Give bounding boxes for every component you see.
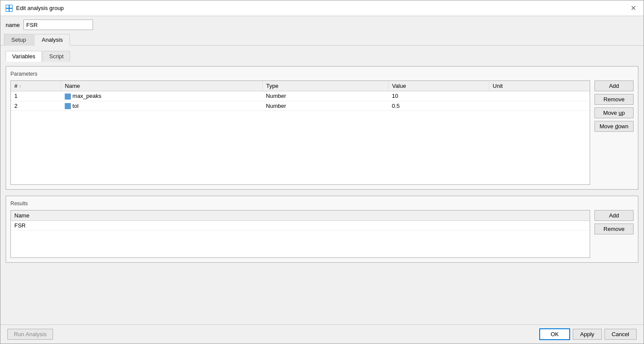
results-add-button[interactable]: Add bbox=[594, 210, 634, 221]
cancel-button[interactable]: Cancel bbox=[604, 329, 637, 340]
svg-rect-1 bbox=[10, 5, 12, 8]
name-row: name bbox=[0, 16, 644, 33]
app-icon bbox=[6, 5, 13, 12]
title-bar-left: Edit analysis group bbox=[6, 5, 64, 12]
run-analysis-button[interactable]: Run Analysis bbox=[7, 329, 53, 340]
col-header-num: # ↑ bbox=[11, 81, 61, 91]
parameters-tbody: 1 max_peaks Number 10 2 tol Number 0.5 bbox=[11, 91, 590, 111]
row-icon bbox=[65, 94, 71, 100]
cell-value: 10 bbox=[388, 91, 489, 101]
tab-setup[interactable]: Setup bbox=[4, 34, 33, 46]
results-section: Results Name FSR Add Remove bbox=[6, 196, 638, 263]
name-label: name bbox=[6, 22, 20, 28]
window-title: Edit analysis group bbox=[16, 5, 64, 11]
main-content: Variables Script Parameters # ↑ Name bbox=[0, 46, 644, 324]
results-label: Results bbox=[10, 200, 634, 207]
cell-num: 1 bbox=[11, 91, 61, 101]
main-window: Edit analysis group ✕ name Setup Analysi… bbox=[0, 0, 644, 344]
parameters-side-buttons: Add Remove Move up Move down bbox=[594, 80, 634, 132]
table-row[interactable]: 2 tol Number 0.5 bbox=[11, 101, 590, 111]
parameters-table-container: # ↑ Name Type Value Unit 1 max_peaks bbox=[10, 80, 590, 185]
results-table: Name FSR bbox=[11, 210, 590, 230]
results-remove-button[interactable]: Remove bbox=[594, 224, 634, 234]
inner-tab-variables[interactable]: Variables bbox=[6, 51, 42, 62]
row-icon bbox=[65, 103, 71, 109]
cell-value: 0.5 bbox=[388, 101, 489, 111]
title-bar: Edit analysis group ✕ bbox=[0, 0, 644, 16]
cell-type: Number bbox=[262, 91, 388, 101]
params-move-down-button[interactable]: Move down bbox=[594, 121, 634, 132]
tab-analysis[interactable]: Analysis bbox=[34, 34, 70, 46]
svg-rect-2 bbox=[6, 9, 9, 11]
results-tbody: FSR bbox=[11, 221, 590, 230]
results-side-buttons: Add Remove bbox=[594, 210, 634, 234]
cell-num: 2 bbox=[11, 101, 61, 111]
inner-tab-script[interactable]: Script bbox=[43, 51, 70, 62]
col-header-value: Value bbox=[388, 81, 489, 91]
close-button[interactable]: ✕ bbox=[628, 3, 638, 13]
params-move-up-button[interactable]: Move up bbox=[594, 107, 634, 118]
params-remove-button[interactable]: Remove bbox=[594, 94, 634, 105]
col-header-unit: Unit bbox=[489, 81, 590, 91]
parameters-area: # ↑ Name Type Value Unit 1 max_peaks bbox=[10, 80, 634, 185]
table-row[interactable]: 1 max_peaks Number 10 bbox=[11, 91, 590, 101]
col-header-type: Type bbox=[262, 81, 388, 91]
parameters-label: Parameters bbox=[10, 71, 634, 77]
results-area: Name FSR Add Remove bbox=[10, 210, 634, 258]
col-header-name: Name bbox=[61, 81, 262, 91]
ok-button[interactable]: OK bbox=[539, 328, 570, 340]
results-table-container: Name FSR bbox=[10, 210, 590, 258]
name-input[interactable] bbox=[23, 20, 93, 30]
cell-name: tol bbox=[61, 101, 262, 111]
apply-button[interactable]: Apply bbox=[573, 329, 602, 340]
params-add-button[interactable]: Add bbox=[594, 80, 634, 91]
sort-arrow: ↑ bbox=[19, 84, 21, 89]
list-item[interactable]: FSR bbox=[11, 221, 590, 230]
table-header-row: # ↑ Name Type Value Unit bbox=[11, 81, 590, 91]
outer-tab-bar: Setup Analysis bbox=[0, 33, 644, 46]
cell-unit bbox=[489, 91, 590, 101]
inner-tab-bar: Variables Script bbox=[6, 51, 638, 62]
cell-result-name: FSR bbox=[11, 221, 590, 230]
cell-name: max_peaks bbox=[61, 91, 262, 101]
cell-unit bbox=[489, 101, 590, 111]
results-header-row: Name bbox=[11, 210, 590, 221]
svg-rect-0 bbox=[6, 5, 9, 8]
bottom-bar: Run Analysis OK Apply Cancel bbox=[0, 324, 644, 344]
parameters-table: # ↑ Name Type Value Unit 1 max_peaks bbox=[11, 81, 590, 111]
svg-rect-3 bbox=[10, 9, 12, 11]
parameters-section: Parameters # ↑ Name Type Value bbox=[6, 66, 638, 190]
cell-type: Number bbox=[262, 101, 388, 111]
results-col-header-name: Name bbox=[11, 210, 590, 221]
